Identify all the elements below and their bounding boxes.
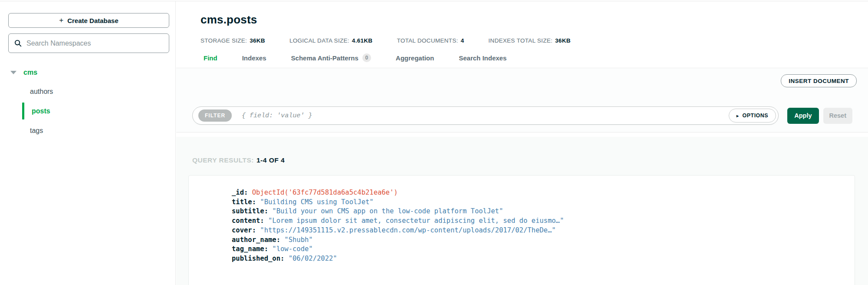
sidebar-item-collection-tags[interactable]: tags	[0, 121, 175, 140]
active-collection-bar	[22, 103, 24, 119]
tab-badge: 0	[362, 53, 371, 62]
namespace-tree: cms authorspoststags	[0, 63, 175, 140]
query-results-section: QUERY RESULTS:1-4 OF 4 _id: ObjectId('63…	[176, 137, 868, 285]
stat-indexes-total-size-: INDEXES TOTAL SIZE:36KB	[488, 37, 570, 44]
field-key: published_on:	[232, 255, 284, 262]
document-card[interactable]: _id: ObjectId('63fc77d581da6a5c4b21ea6e'…	[188, 175, 855, 285]
tab-find[interactable]: Find	[204, 53, 217, 62]
reset-button[interactable]: Reset	[823, 108, 853, 124]
field-value: "Shubh"	[284, 236, 312, 244]
field-key: title:	[232, 198, 256, 206]
stat-logical-data-size-: LOGICAL DATA SIZE:4.61KB	[289, 37, 373, 44]
sidebar-item-collection-posts[interactable]: posts	[0, 101, 175, 121]
main-content: cms.posts STORAGE SIZE:36KBLOGICAL DATA …	[176, 1, 868, 285]
database-label: cms	[23, 69, 37, 76]
document-field-subtitle[interactable]: subtitle: "Build your own CMS app on the…	[232, 207, 846, 216]
tab-label: Schema Anti-Patterns	[291, 54, 358, 62]
filter-bar: FILTER { field: 'value' } ▸ OPTIONS	[192, 106, 779, 125]
field-value: "Lorem ipsum dolor sit amet, consectetur…	[268, 217, 564, 225]
document-field-published-on[interactable]: published_on: "06/02/2022"	[232, 254, 846, 264]
filter-input[interactable]: { field: 'value' }	[242, 112, 729, 119]
query-results-heading: QUERY RESULTS:1-4 OF 4	[176, 137, 868, 164]
options-button[interactable]: ▸ OPTIONS	[729, 109, 776, 123]
documents-toolbar: INSERT DOCUMENT FILTER { field: 'value' …	[176, 68, 868, 133]
plus-icon: +	[59, 16, 63, 25]
field-value: "06/02/2022"	[289, 255, 337, 262]
field-key: _id:	[232, 189, 248, 196]
field-value: "https://149351115.v2.pressablecdn.com/w…	[260, 226, 556, 234]
field-key: content:	[232, 217, 264, 225]
tab-schema-anti-patterns[interactable]: Schema Anti-Patterns0	[291, 53, 371, 62]
tab-aggregation[interactable]: Aggregation	[396, 53, 434, 62]
tab-label: Find	[204, 54, 217, 62]
field-value: ObjectId('63fc77d581da6a5c4b21ea6e')	[252, 189, 398, 196]
document-field-title[interactable]: title: "Building CMS using ToolJet"	[232, 198, 846, 207]
stat-value: 4	[460, 37, 464, 44]
document-field--id[interactable]: _id: ObjectId('63fc77d581da6a5c4b21ea6e'…	[232, 188, 846, 198]
field-key: subtitle:	[232, 207, 268, 215]
query-bar: FILTER { field: 'value' } ▸ OPTIONS Appl…	[192, 106, 852, 125]
sidebar: + Create Database cms authorspoststags	[0, 1, 176, 285]
field-key: author_name:	[232, 236, 280, 244]
stat-label: LOGICAL DATA SIZE:	[289, 37, 349, 44]
tab-label: Indexes	[242, 54, 266, 62]
query-results-count: 1-4 OF 4	[256, 156, 285, 164]
create-database-button[interactable]: + Create Database	[8, 13, 169, 28]
field-value: "low-code"	[272, 245, 312, 253]
collection-label: tags	[30, 127, 43, 135]
field-key: tag_name:	[232, 245, 268, 253]
document-field-content[interactable]: content: "Lorem ipsum dolor sit amet, co…	[232, 216, 846, 226]
tab-label: Search Indexes	[459, 54, 506, 62]
stat-storage-size-: STORAGE SIZE:36KB	[201, 37, 265, 44]
tab-indexes[interactable]: Indexes	[242, 53, 266, 62]
collection-tabs: FindIndexesSchema Anti-Patterns0Aggregat…	[176, 53, 868, 68]
field-value: "Building CMS using ToolJet"	[260, 198, 373, 206]
stat-label: STORAGE SIZE:	[201, 37, 247, 44]
apply-button[interactable]: Apply	[787, 108, 819, 124]
filter-badge: FILTER	[198, 109, 232, 122]
collection-label: authors	[30, 88, 53, 96]
collection-list: authorspoststags	[0, 82, 175, 140]
create-database-label: Create Database	[67, 17, 118, 24]
caret-down-icon[interactable]	[10, 71, 16, 74]
options-label: OPTIONS	[742, 113, 768, 119]
query-results-label: QUERY RESULTS:	[192, 156, 254, 164]
document-field-tag-name[interactable]: tag_name: "low-code"	[232, 245, 846, 254]
collection-label: posts	[32, 107, 50, 115]
sidebar-item-database-cms[interactable]: cms	[0, 63, 175, 82]
namespace-search-box[interactable]	[8, 33, 169, 53]
insert-document-button[interactable]: INSERT DOCUMENT	[781, 74, 857, 87]
search-namespaces-input[interactable]	[26, 40, 163, 47]
stat-value: 4.61KB	[352, 37, 373, 44]
collection-header: cms.posts STORAGE SIZE:36KBLOGICAL DATA …	[176, 1, 868, 44]
caret-right-icon: ▸	[736, 113, 739, 118]
stat-value: 36KB	[250, 37, 265, 44]
field-key: cover:	[232, 226, 256, 234]
tab-label: Aggregation	[396, 54, 434, 62]
page-title: cms.posts	[201, 13, 868, 27]
field-value: "Build your own CMS app on the low-code …	[272, 207, 503, 215]
collection-stats: STORAGE SIZE:36KBLOGICAL DATA SIZE:4.61K…	[201, 37, 868, 44]
stat-total-documents-: TOTAL DOCUMENTS:4	[397, 37, 464, 44]
stat-label: INDEXES TOTAL SIZE:	[488, 37, 552, 44]
tab-search-indexes[interactable]: Search Indexes	[459, 53, 506, 62]
stat-label: TOTAL DOCUMENTS:	[397, 37, 458, 44]
document-field-cover[interactable]: cover: "https://149351115.v2.pressablecd…	[232, 226, 846, 235]
sidebar-item-collection-authors[interactable]: authors	[0, 82, 175, 101]
search-icon	[14, 40, 22, 47]
stat-value: 36KB	[555, 37, 571, 44]
document-field-author-name[interactable]: author_name: "Shubh"	[232, 235, 846, 245]
